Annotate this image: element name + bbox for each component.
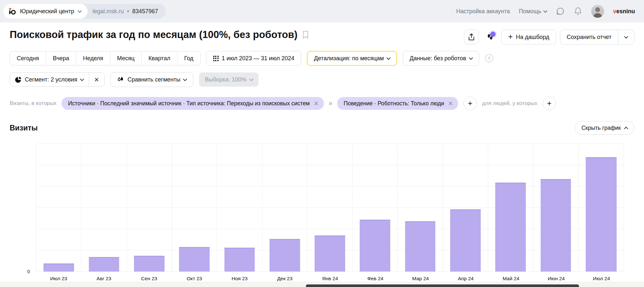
title-row: Поисковой трафик за год по месяцам (100%…	[10, 29, 634, 44]
segment-controls: Сегмент: 2 условия ✕ Сравнить сегменты В…	[10, 72, 634, 87]
user-avatar[interactable]	[591, 5, 604, 18]
save-report-dropdown[interactable]	[618, 30, 634, 44]
hide-chart-button[interactable]: Скрыть график	[575, 121, 634, 135]
preset-today[interactable]: Сегодня	[10, 52, 46, 65]
close-icon[interactable]: ✕	[448, 100, 453, 107]
chart-xlabels: Июл 23Авг 23Сен 23Окт 23Ноя 23Дек 23Янв …	[36, 276, 624, 282]
account-settings-link[interactable]: Настройка аккаунта	[456, 8, 510, 15]
x-tick-label: Июл 23	[36, 276, 81, 282]
filters-row: Визиты, в которых Источники · Последний …	[10, 97, 634, 110]
detail-dropdown-button[interactable]: Детализация: по месяцам	[307, 51, 397, 66]
x-tick-label: Авг 23	[81, 276, 126, 282]
horizontal-scrollbar-thumb[interactable]	[306, 284, 579, 287]
x-tick-label: Июл 24	[579, 276, 624, 282]
x-tick-label: Май 24	[488, 276, 534, 282]
pie-segment-icon	[15, 76, 22, 83]
bookmark-icon[interactable]	[302, 31, 309, 39]
counter-name: Юридический центр	[20, 8, 74, 15]
x-tick-label: Сен 23	[127, 276, 172, 282]
export-share-button[interactable]	[464, 30, 479, 44]
counter-switcher[interactable]: Юридический центр	[3, 4, 88, 19]
calendar-grid-icon	[213, 56, 219, 61]
date-range-label: 1 июл 2023 — 31 июл 2024	[222, 55, 294, 62]
bar-Авг 23[interactable]	[89, 257, 119, 272]
data-mode-dropdown-button[interactable]: Данные: без роботов	[403, 51, 479, 66]
chart-column	[443, 144, 488, 272]
chevron-up-icon	[624, 127, 628, 131]
feedback-icon[interactable]	[556, 7, 565, 16]
counter-pill: Юридический центр legal.msk.ru • 8345796…	[3, 4, 166, 19]
bar-Ноя 23[interactable]	[224, 248, 255, 272]
save-report-button[interactable]: Сохранить отчет	[560, 30, 618, 44]
bar-Апр 24[interactable]	[450, 209, 481, 272]
chart-column	[353, 144, 398, 272]
bar-Июл 24[interactable]	[586, 157, 616, 272]
bar-Мар 24[interactable]	[405, 221, 436, 272]
chevron-down-icon	[386, 56, 391, 60]
filter-chip-robots-label: Поведение · Роботность: Только люди	[344, 100, 444, 107]
preset-yesterday[interactable]: Вчера	[46, 52, 76, 65]
people-condition-label: для людей, у которых	[482, 100, 537, 107]
title-actions: + На дашборд Сохранить отчет	[464, 30, 634, 44]
chart-column	[172, 144, 217, 272]
chart-plot: 0	[36, 144, 624, 272]
footer-strip	[0, 282, 644, 287]
sampling-dropdown-button[interactable]: Выборка: 100%	[199, 72, 259, 87]
help-menu[interactable]: Помощь	[519, 8, 547, 15]
period-presets: Сегодня Вчера Неделя Месяц Квартал Год	[10, 51, 201, 65]
counter-meta[interactable]: legal.msk.ru • 83457967	[79, 4, 166, 19]
close-icon[interactable]: ✕	[314, 100, 319, 107]
bar-Май 24[interactable]	[495, 183, 526, 272]
chart-column	[127, 144, 172, 272]
compare-segments-label: Сравнить сегменты	[128, 76, 180, 83]
preset-week[interactable]: Неделя	[76, 52, 110, 65]
bar-Фев 24[interactable]	[360, 220, 390, 272]
preset-year[interactable]: Год	[177, 52, 200, 65]
hide-chart-label: Скрыть график	[582, 125, 621, 131]
compare-segments-button[interactable]: Сравнить сегменты	[110, 72, 193, 87]
metrica-logo-icon	[8, 7, 16, 15]
chart-column	[36, 144, 81, 272]
add-people-condition-button[interactable]: +	[543, 97, 556, 110]
bar-Сен 23[interactable]	[134, 256, 165, 272]
add-to-dashboard-button[interactable]: + На дашборд	[501, 30, 556, 44]
bar-Янв 24[interactable]	[315, 235, 345, 272]
main-content: Поисковой трафик за год по месяцам (100%…	[0, 29, 644, 282]
x-tick-label: Янв 24	[308, 276, 353, 282]
topbar: Юридический центр legal.msk.ru • 8345796…	[0, 0, 644, 23]
segment-dropdown-button[interactable]: Сегмент: 2 условия	[10, 73, 89, 86]
filter-chip-source[interactable]: Источники · Последний значимый источник …	[62, 97, 324, 110]
chevron-down-icon	[543, 9, 547, 13]
ai-assistant-button[interactable]	[483, 30, 497, 44]
close-icon: ✕	[94, 76, 99, 83]
chart-column	[488, 144, 533, 272]
filter-chip-source-label: Источники · Последний значимый источник …	[68, 100, 310, 107]
chart-column	[579, 144, 624, 272]
segment-group: Сегмент: 2 условия ✕	[10, 72, 105, 87]
bar-Окт 23[interactable]	[179, 247, 210, 272]
counter-id: 83457967	[132, 8, 158, 15]
notifications-bell-icon[interactable]	[574, 7, 582, 16]
help-question-icon[interactable]: ?	[485, 54, 493, 62]
detail-label: Детализация: по месяцам	[314, 55, 384, 62]
chevron-down-icon	[249, 77, 253, 81]
preset-quarter[interactable]: Квартал	[142, 52, 177, 65]
save-report-split-button: Сохранить отчет	[560, 30, 634, 44]
preset-month[interactable]: Месяц	[110, 52, 142, 65]
x-tick-label: Мар 24	[398, 276, 443, 282]
bar-Июл 23[interactable]	[43, 263, 74, 272]
x-tick-label: Фев 24	[353, 276, 398, 282]
chart-column	[533, 144, 578, 272]
chart-section-header: Визиты Скрыть график	[10, 121, 634, 135]
date-range-button[interactable]: 1 июл 2023 — 31 июл 2024	[206, 51, 301, 66]
segment-clear-button[interactable]: ✕	[89, 73, 104, 86]
ai-badge	[490, 32, 496, 37]
bar-Дек 23[interactable]	[270, 239, 300, 272]
username[interactable]: vesninu	[613, 8, 635, 15]
chevron-down-icon	[624, 34, 628, 39]
filter-chip-robots[interactable]: Поведение · Роботность: Только люди ✕	[337, 97, 458, 110]
bar-Июн 24[interactable]	[541, 179, 571, 272]
add-visit-condition-button[interactable]: +	[463, 97, 477, 110]
help-label: Помощь	[519, 8, 541, 15]
x-tick-label: Окт 23	[172, 276, 217, 282]
